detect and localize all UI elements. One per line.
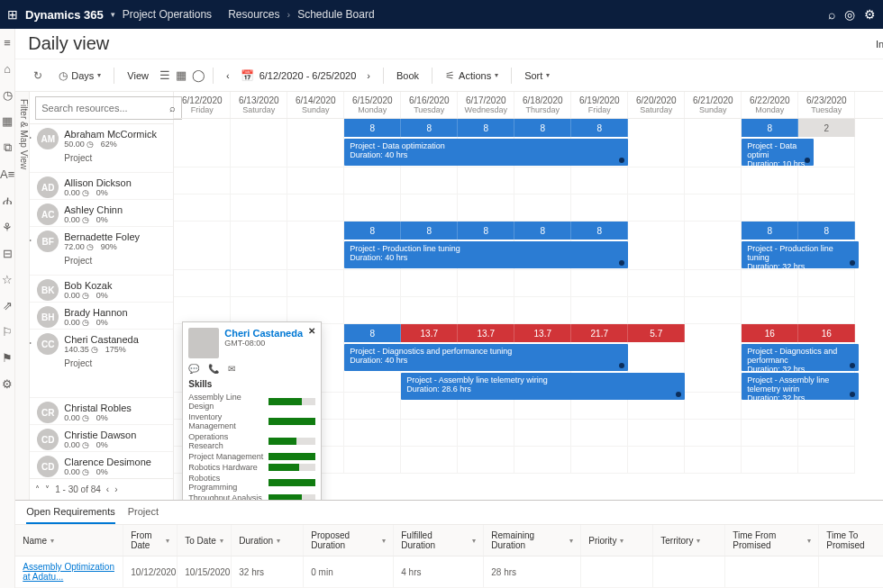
resource-item[interactable]: ▸AMAbraham McCormick50.00 ◷ 62%Project <box>30 124 173 173</box>
expand-icon[interactable]: ▸ <box>30 236 32 244</box>
phone-icon[interactable]: 📞 <box>208 364 219 374</box>
requirements-row[interactable]: Assembly Optimization at Adatu... 10/12/… <box>15 556 883 588</box>
column-header[interactable]: Name ▾ <box>15 525 123 556</box>
resource-search[interactable]: ⌕ <box>35 96 182 120</box>
tab-open-requirements[interactable]: Open Requirements <box>26 506 114 524</box>
sort-dropdown[interactable]: Sort▾ <box>519 68 555 84</box>
actions-dropdown[interactable]: ⚟Actions▾ <box>440 67 504 85</box>
sort-icon[interactable]: ▾ <box>807 537 811 545</box>
resource-item[interactable]: ADAllison Dickson0.00 ◷ 0% <box>30 173 173 200</box>
date-prev[interactable]: ‹ <box>221 68 235 84</box>
capacity-cell: 8 <box>571 222 628 240</box>
sort-icon[interactable]: ▾ <box>220 537 223 545</box>
column-header[interactable]: Duration ▾ <box>232 525 304 556</box>
booking-bar[interactable]: Project - Production line tuningDuration… <box>742 241 859 268</box>
resource-item[interactable]: CRChristal Robles0.00 ◷ 0% <box>30 398 173 425</box>
sort-icon[interactable]: ▾ <box>472 537 476 545</box>
pager-down-icon[interactable]: ˅ <box>45 484 50 494</box>
settings-icon[interactable]: ⚙ <box>864 7 876 22</box>
star-icon[interactable]: ☆ <box>2 273 13 286</box>
menu-icon[interactable]: ≡ <box>4 36 11 50</box>
requirement-name-link[interactable]: Assembly Optimization at Adatu... <box>23 562 115 582</box>
resource-item[interactable]: ACAshley Chinn0.00 ◷ 0% <box>30 200 173 227</box>
expand-icon[interactable]: ▸ <box>30 339 32 347</box>
chevron-down-icon[interactable]: ▾ <box>111 10 115 19</box>
resource-item[interactable]: CDClarence Desimone0.00 ◷ 0% <box>30 452 173 478</box>
search-input[interactable] <box>41 103 166 113</box>
pager-next[interactable]: › <box>114 484 117 494</box>
column-header[interactable]: Time To Promised ▾ <box>819 525 883 556</box>
date-next[interactable]: › <box>361 68 376 84</box>
column-header[interactable]: Fulfilled Duration ▾ <box>394 525 484 556</box>
target-icon[interactable]: ◎ <box>844 7 855 22</box>
breadcrumb-resources[interactable]: Resources <box>228 8 279 21</box>
area-name[interactable]: Project Operations <box>123 8 212 21</box>
resource-item[interactable]: CDChristie Dawson0.00 ◷ 0% <box>30 425 173 452</box>
calendar-icon[interactable]: 📅 <box>241 69 254 82</box>
book-button[interactable]: Book <box>391 68 424 84</box>
home-icon[interactable]: ⌂ <box>4 62 11 76</box>
page-action[interactable]: Initia <box>876 39 883 50</box>
org-icon[interactable]: ሐ <box>3 194 13 208</box>
tooltip-name[interactable]: Cheri Castaneda <box>224 328 303 339</box>
chevron-right-icon: › <box>287 9 290 20</box>
resource-item[interactable]: BKBob Kozak0.00 ◷ 0% <box>30 276 173 303</box>
column-header[interactable]: Proposed Duration ▾ <box>304 525 394 556</box>
chat-icon[interactable]: 💬 <box>188 364 199 374</box>
capacity-cell: 8 <box>344 222 401 240</box>
sort-icon[interactable]: ▾ <box>50 537 54 545</box>
expand-icon[interactable]: ▸ <box>30 133 32 141</box>
booking-bar[interactable]: Project - Data optimiDuration: 10 hrs <box>742 139 814 166</box>
booking-bar[interactable]: Project - Diagnostics and performancDura… <box>742 344 859 371</box>
text-icon[interactable]: A≡ <box>0 167 14 181</box>
sort-icon[interactable]: ▾ <box>696 537 700 545</box>
avatar: AM <box>37 128 59 149</box>
column-header[interactable]: Time From Promised ▾ <box>725 525 819 556</box>
gear-icon[interactable]: ⚙ <box>2 377 13 391</box>
sort-icon[interactable]: ▾ <box>277 537 280 545</box>
app-launcher-icon[interactable]: ⊞ <box>7 7 18 22</box>
chart-icon[interactable]: ⇗ <box>3 299 13 312</box>
list-icon[interactable]: ⊟ <box>3 247 13 260</box>
booking-bar[interactable]: Project - Data optimizationDuration: 40 … <box>344 139 628 166</box>
date-range[interactable]: 6/12/2020 - 6/25/2020 <box>259 70 357 81</box>
close-icon[interactable]: ✕ <box>308 326 315 336</box>
booking-bar[interactable]: Project - Assembly line telemetry wiring… <box>401 373 685 400</box>
search-icon[interactable]: ⌕ <box>828 7 835 22</box>
pager-prev[interactable]: ‹ <box>106 484 109 494</box>
booking-bar[interactable]: Project - Production line tuningDuration… <box>344 241 628 268</box>
people-icon[interactable]: ⚘ <box>2 221 13 234</box>
filter-map-tab[interactable]: Filter & Map View <box>15 92 30 500</box>
resource-stats: 0.00 ◷ 0% <box>64 440 136 449</box>
sort-icon[interactable]: ▾ <box>620 537 624 545</box>
booking-bar[interactable]: Project - Diagnostics and performance tu… <box>344 344 628 371</box>
resource-item[interactable]: BHBrady Hannon0.00 ◷ 0% <box>30 303 173 330</box>
mail-icon[interactable]: ✉ <box>228 364 235 374</box>
capacity-cell: 13.7 <box>514 324 571 342</box>
grid-icon[interactable]: ▦ <box>2 114 13 128</box>
sort-icon[interactable]: ▾ <box>569 537 573 545</box>
layers-icon[interactable]: ⧉ <box>4 140 12 155</box>
breadcrumb-schedule-board[interactable]: Schedule Board <box>297 8 374 21</box>
day-header: 6/17/2020Wednesday <box>458 92 514 118</box>
grid-view-icon[interactable]: ▦ <box>176 68 187 82</box>
resource-item[interactable]: ▸BFBernadette Foley72.00 ◷ 90%Project <box>30 227 173 276</box>
column-header[interactable]: Priority ▾ <box>581 525 653 556</box>
list-view-icon[interactable]: ☰ <box>159 68 170 82</box>
sort-icon[interactable]: ▾ <box>382 537 386 545</box>
sort-icon[interactable]: ▾ <box>166 537 169 545</box>
globe-view-icon[interactable]: ◯ <box>192 68 205 82</box>
column-header[interactable]: From Date ▾ <box>123 525 178 556</box>
column-header[interactable]: Remaining Duration ▾ <box>484 525 581 556</box>
column-header[interactable]: Territory ▾ <box>653 525 725 556</box>
refresh-button[interactable]: ↻ <box>28 67 48 85</box>
column-header[interactable]: To Date ▾ <box>178 525 232 556</box>
booking-bar[interactable]: Project - Assembly line telemetry wirinD… <box>742 373 859 400</box>
pager-up-icon[interactable]: ˄ <box>35 484 40 494</box>
clock-icon[interactable]: ◷ <box>3 88 13 102</box>
flag-icon[interactable]: ⚑ <box>2 351 13 365</box>
tab-project[interactable]: Project <box>128 506 159 524</box>
misc-icon[interactable]: ⚐ <box>2 325 13 339</box>
days-dropdown[interactable]: ◷Days▾ <box>53 67 106 85</box>
resource-item[interactable]: ▸CCCheri Castaneda140.35 ◷ 175%Project <box>30 330 173 398</box>
